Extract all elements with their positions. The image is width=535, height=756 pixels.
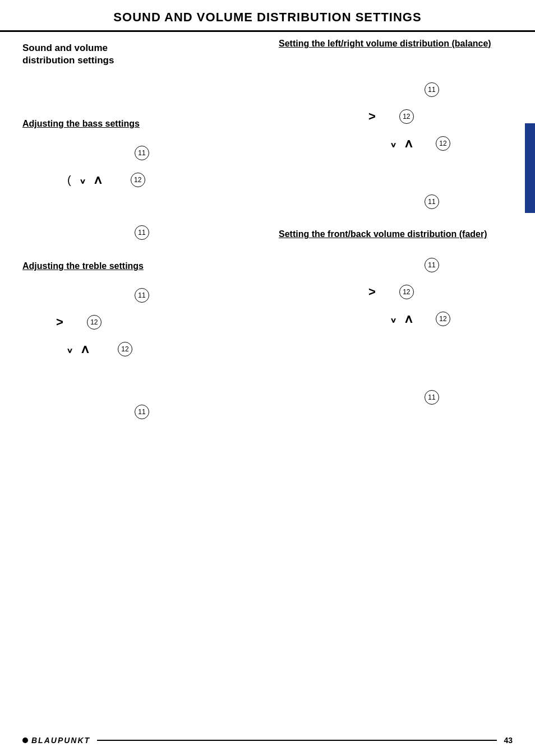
fader-knob-right-icon: ᴧ — [405, 312, 412, 326]
page-title: SOUND AND VOLUME DISTRIBUTION SETTINGS — [22, 10, 513, 25]
treble-knob-left-icon: ᵥ — [67, 342, 72, 356]
balance-knob-right-icon: ᴧ — [405, 136, 412, 151]
brand-name: BLAUPUNKT — [31, 736, 90, 745]
bass-arrow-left-icon: ᵥ — [80, 173, 85, 187]
page-header: SOUND AND VOLUME DISTRIBUTION SETTINGS — [0, 0, 535, 32]
badge-11-fader-2: 11 — [425, 390, 439, 405]
left-main-title: Sound and volume distribution settings — [22, 42, 256, 67]
balance-heading: Setting the left/right volume distributi… — [279, 38, 513, 50]
treble-arrow-right-icon: > — [56, 315, 63, 330]
page-number: 43 — [504, 736, 513, 745]
balance-diagram-row-2: > 12 — [368, 109, 513, 124]
fader-diagram-row-4: 11 — [425, 390, 513, 405]
bass-diagram-row-1: 11 — [135, 146, 256, 160]
treble-diagram-row-1: 11 — [135, 288, 256, 303]
badge-11-bass-1: 11 — [135, 146, 149, 160]
balance-arrow-right-icon: > — [368, 109, 376, 124]
balance-knob-left-icon: ᵥ — [391, 136, 396, 151]
treble-diagram-row-3: ᵥ ᴧ 12 — [67, 342, 256, 356]
badge-12-balance-2: 12 — [436, 136, 450, 151]
badge-11-treble-1: 11 — [135, 288, 149, 303]
bass-arrow-right-icon: ᴧ — [94, 173, 102, 187]
treble-knob-right-icon: ᴧ — [81, 342, 89, 356]
logo-dot — [22, 738, 28, 743]
blue-tab — [525, 123, 535, 213]
treble-diagram-row-4: 11 — [135, 405, 256, 419]
badge-12-treble-1: 12 — [87, 315, 102, 330]
bass-knob-down-icon: ( — [67, 174, 71, 187]
badge-12-balance-1: 12 — [399, 109, 414, 124]
fader-diagram-row-3: ᵥ ᴧ 12 — [391, 312, 513, 326]
bass-diagram-row-2: ( ᵥ ᴧ 12 — [67, 173, 256, 187]
treble-diagram-row-2: > 12 — [56, 315, 256, 330]
badge-11-balance-2: 11 — [425, 194, 439, 209]
fader-knob-left-icon: ᵥ — [391, 312, 396, 326]
treble-heading: Adjusting the treble settings — [22, 261, 256, 271]
badge-12-bass-1: 12 — [131, 173, 145, 187]
badge-12-fader-1: 12 — [399, 285, 414, 299]
badge-11-balance-1: 11 — [425, 82, 439, 97]
fader-heading: Setting the front/back volume distributi… — [279, 228, 513, 240]
brand-logo: BLAUPUNKT — [22, 736, 90, 745]
bass-diagram-row-3: 11 — [135, 225, 256, 240]
bass-heading: Adjusting the bass settings — [22, 119, 256, 129]
balance-diagram-row-4: 11 — [425, 194, 513, 209]
badge-11-treble-2: 11 — [135, 405, 149, 419]
page-footer: BLAUPUNKT 43 — [0, 736, 535, 745]
badge-12-fader-2: 12 — [436, 312, 450, 326]
balance-diagram-row-1: 11 — [425, 82, 513, 97]
badge-11-bass-2: 11 — [135, 225, 149, 240]
right-column: Setting the left/right volume distributi… — [268, 32, 513, 423]
fader-diagram-row-1: 11 — [425, 258, 513, 272]
badge-12-treble-2: 12 — [118, 342, 132, 356]
fader-arrow-right-icon: > — [368, 285, 376, 299]
left-column: Sound and volume distribution settings A… — [22, 32, 268, 423]
fader-diagram-row-2: > 12 — [368, 285, 513, 299]
footer-line — [97, 740, 497, 741]
badge-11-fader-1: 11 — [425, 258, 439, 272]
balance-diagram-row-3: ᵥ ᴧ 12 — [391, 136, 513, 151]
